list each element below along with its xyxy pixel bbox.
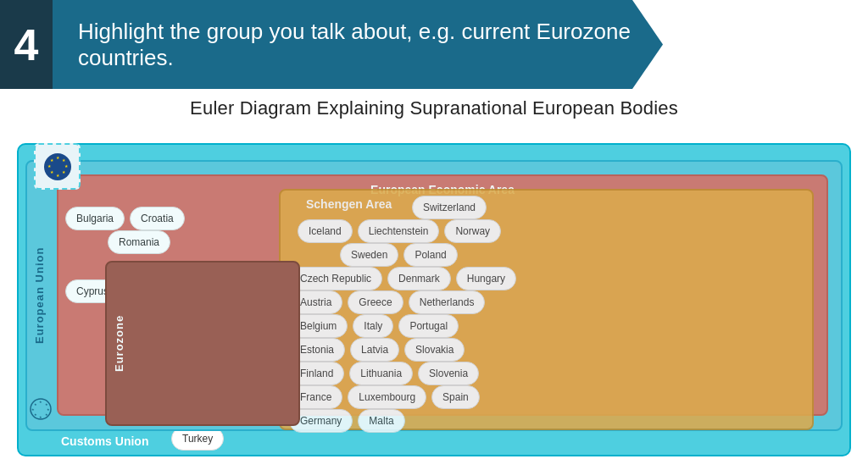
- pill-row-sp: Sweden Poland: [340, 243, 458, 267]
- country-slovakia: Slovakia: [404, 338, 465, 362]
- country-malta: Malta: [358, 409, 404, 433]
- country-spain: Spain: [431, 385, 480, 409]
- customs-union-label: Customs Union: [61, 434, 148, 448]
- country-croatia: Croatia: [130, 207, 185, 230]
- pill-row-bc: Bulgaria Croatia: [65, 207, 185, 230]
- header-title: Highlight the group you talk about, e.g.…: [78, 19, 637, 71]
- country-switzerland: Switzerland: [412, 196, 487, 219]
- header: 4 Highlight the group you talk about, e.…: [0, 0, 868, 89]
- svg-text:★: ★: [39, 400, 42, 404]
- country-lithuania: Lithuania: [349, 362, 413, 385]
- slide-number: 4: [0, 0, 53, 89]
- eea-region: European Economic Area Schengen Area Swi…: [57, 174, 828, 416]
- pill-container-switzerland: Switzerland: [412, 196, 487, 219]
- pill-row-agn: Austria Greece Netherlands: [289, 290, 485, 314]
- country-latvia: Latvia: [350, 338, 399, 362]
- euler-diagram: Customs Union Turkey European Union ★ ★ …: [17, 126, 851, 456]
- country-norway: Norway: [444, 219, 501, 243]
- svg-text:★: ★: [45, 412, 48, 417]
- country-portugal: Portugal: [398, 314, 459, 338]
- eu-label: European Union: [27, 162, 51, 429]
- pill-row-flsp: France Luxembourg Spain: [289, 385, 480, 409]
- eurozone-label: Eurozone: [107, 263, 131, 424]
- country-liechtenstein: Liechtenstein: [358, 219, 440, 243]
- schengen-label: Schengen Area: [306, 197, 392, 211]
- country-slovenia: Slovenia: [418, 362, 479, 385]
- svg-text:★: ★: [34, 412, 37, 417]
- pill-row-els: Estonia Latvia Slovakia: [289, 338, 465, 362]
- pill-row-iln: Iceland Liechtenstein Norway: [298, 219, 501, 243]
- eu-stars-svg: ★ ★ ★ ★ ★ ★ ★ ★: [42, 152, 73, 182]
- country-sweden: Sweden: [340, 243, 398, 267]
- eu-flag-decoration: ★ ★ ★ ★ ★ ★ ★ ★: [34, 143, 81, 190]
- pill-row-gm: Germany Malta: [289, 409, 405, 433]
- country-romania: Romania: [108, 230, 170, 254]
- country-italy: Italy: [353, 314, 393, 338]
- pill-row-bip: Belgium Italy Portugal: [289, 314, 459, 338]
- svg-text:★: ★: [31, 407, 35, 412]
- diagram-title: Euler Diagram Explaining Supranational E…: [0, 89, 868, 126]
- svg-text:★: ★: [34, 402, 37, 406]
- country-luxembourg: Luxembourg: [348, 385, 426, 409]
- country-denmark: Denmark: [387, 267, 451, 290]
- country-poland: Poland: [403, 243, 457, 267]
- country-netherlands: Netherlands: [409, 290, 486, 314]
- country-bulgaria: Bulgaria: [65, 207, 125, 230]
- header-banner: Highlight the group you talk about, e.g.…: [53, 0, 663, 89]
- country-greece: Greece: [348, 290, 403, 314]
- schengen-region: Schengen Area Switzerland Iceland Liecht…: [279, 189, 814, 430]
- eurozone-region: Eurozone: [105, 261, 300, 426]
- svg-text:★: ★: [45, 402, 48, 406]
- eu-region: European Union ★ ★ ★ ★ ★ ★ ★ ★ European …: [25, 160, 843, 431]
- eu-flag-icon: ★ ★ ★ ★ ★ ★ ★ ★: [29, 397, 53, 421]
- pill-row-romania: Romania: [108, 230, 170, 254]
- pill-row-cdh: Czech Republic Denmark Hungary: [289, 267, 516, 290]
- country-iceland: Iceland: [298, 219, 353, 243]
- country-czech-republic: Czech Republic: [289, 267, 382, 290]
- svg-text:★: ★: [47, 407, 50, 412]
- country-hungary: Hungary: [456, 267, 516, 290]
- svg-text:★: ★: [39, 415, 42, 419]
- pill-row-fls: Finland Lithuania Slovenia: [289, 362, 479, 385]
